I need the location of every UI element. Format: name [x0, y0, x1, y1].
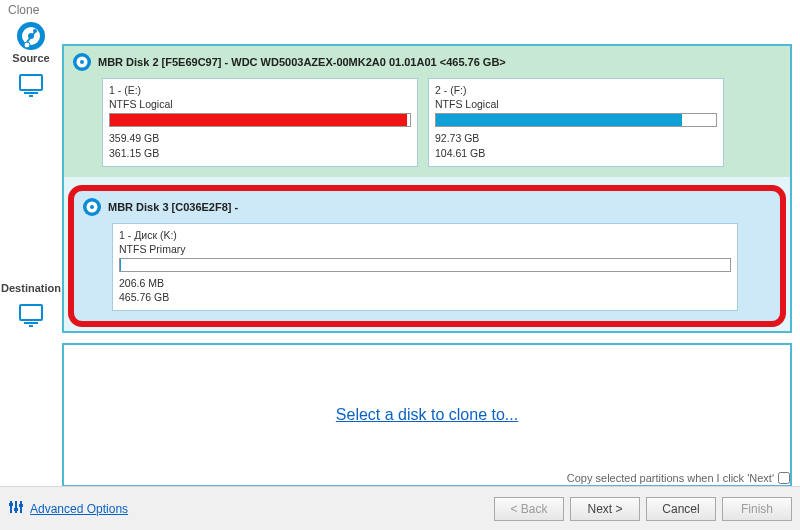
disk-3-header: MBR Disk 3 [C036E2F8] -	[108, 201, 238, 213]
source-disk-list: MBR Disk 2 [F5E69C97] - WDC WD5003AZEX-0…	[62, 44, 792, 333]
usage-bar	[119, 258, 731, 272]
next-button[interactable]: Next >	[570, 497, 640, 521]
svg-rect-19	[19, 504, 23, 507]
partition-fs: NTFS Logical	[435, 97, 717, 111]
partition-used: 206.6 MB	[119, 276, 731, 290]
disk-icon	[72, 52, 92, 72]
advanced-options-label: Advanced Options	[30, 502, 128, 516]
partition-f[interactable]: 2 - (F:) NTFS Logical 92.73 GB 104.61 GB	[428, 78, 724, 167]
svg-rect-6	[24, 92, 38, 94]
sliders-icon	[8, 499, 24, 518]
svg-rect-8	[20, 305, 42, 320]
svg-point-3	[24, 42, 30, 48]
disk-item-2[interactable]: MBR Disk 2 [F5E69C97] - WDC WD5003AZEX-0…	[64, 46, 790, 177]
select-destination-link[interactable]: Select a disk to clone to...	[336, 406, 518, 424]
svg-point-13	[80, 60, 84, 64]
usage-bar	[435, 113, 717, 127]
partition-number: 2 - (F:)	[435, 83, 717, 97]
svg-rect-7	[29, 95, 33, 97]
partition-e[interactable]: 1 - (E:) NTFS Logical 359.49 GB 361.15 G…	[102, 78, 418, 167]
window-title: Clone	[8, 3, 39, 17]
partition-total: 465.76 GB	[119, 290, 731, 304]
partition-fs: NTFS Primary	[119, 242, 731, 256]
footer-bar: Advanced Options < Back Next > Cancel Fi…	[0, 486, 800, 530]
svg-rect-9	[24, 322, 38, 324]
svg-rect-5	[20, 75, 42, 90]
partition-number: 1 - Диск (K:)	[119, 228, 731, 242]
disk-2-header: MBR Disk 2 [F5E69C97] - WDC WD5003AZEX-0…	[98, 56, 506, 68]
source-computer-icon[interactable]	[0, 72, 62, 100]
svg-rect-10	[29, 325, 33, 327]
source-label: Source	[0, 52, 62, 64]
cancel-button[interactable]: Cancel	[646, 497, 716, 521]
copy-on-next-label: Copy selected partitions when I click 'N…	[567, 472, 774, 484]
partition-total: 361.15 GB	[109, 146, 411, 160]
disk-icon	[82, 197, 102, 217]
usage-bar	[109, 113, 411, 127]
partition-number: 1 - (E:)	[109, 83, 411, 97]
svg-point-4	[33, 29, 37, 33]
partition-fs: NTFS Logical	[109, 97, 411, 111]
svg-rect-18	[14, 508, 18, 511]
partition-k[interactable]: 1 - Диск (K:) NTFS Primary 206.6 MB 465.…	[112, 223, 738, 312]
destination-label: Destination	[0, 282, 62, 294]
copy-on-next-option[interactable]: Copy selected partitions when I click 'N…	[567, 472, 790, 484]
advanced-options-link[interactable]: Advanced Options	[8, 499, 128, 518]
svg-rect-17	[9, 503, 13, 506]
partition-total: 104.61 GB	[435, 146, 717, 160]
partition-used: 92.73 GB	[435, 131, 717, 145]
copy-on-next-checkbox[interactable]	[778, 472, 790, 484]
partition-used: 359.49 GB	[109, 131, 411, 145]
svg-point-16	[90, 205, 94, 209]
destination-panel: Select a disk to clone to...	[62, 343, 792, 487]
destination-computer-icon[interactable]	[0, 302, 62, 330]
disk-item-3-selected[interactable]: MBR Disk 3 [C036E2F8] - 1 - Диск (K:) NT…	[68, 185, 786, 328]
finish-button[interactable]: Finish	[722, 497, 792, 521]
disk-source-icon	[15, 20, 47, 52]
back-button[interactable]: < Back	[494, 497, 564, 521]
